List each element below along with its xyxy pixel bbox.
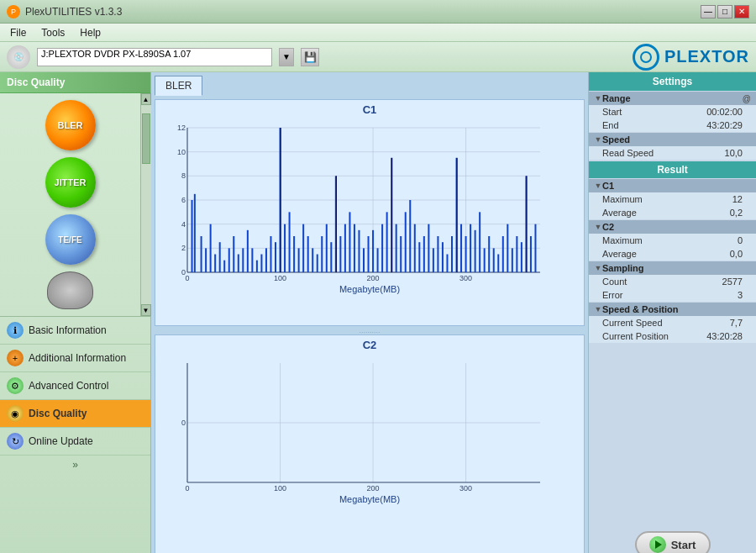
result-c2-row[interactable]: ▼ C2 <box>589 220 756 234</box>
disc-scratch-icon <box>47 271 93 309</box>
result-current-speed-label: Current Speed <box>602 318 663 328</box>
settings-end-value: 43:20:29 <box>706 120 743 130</box>
speed-pos-expand-icon: ▼ <box>594 305 602 313</box>
start-play-icon <box>649 536 666 553</box>
c2-expand-icon: ▼ <box>594 223 602 231</box>
result-c2-max-row: Maximum 0 <box>589 234 756 247</box>
minimize-button[interactable]: — <box>701 5 716 18</box>
sidebar-item-advanced-control[interactable]: ⚙ Advanced Control <box>0 372 150 400</box>
sidebar-item-disc-quality[interactable]: ◉ Disc Quality <box>0 400 150 428</box>
online-update-label: Online Update <box>29 435 93 447</box>
content-area: BLER C1 Megabyte(MB) ·········· C2 Megab… <box>151 72 588 553</box>
result-c2-max-label: Maximum <box>602 235 643 245</box>
result-header: Result <box>589 161 756 178</box>
disc-jitter-label: JITTER <box>55 177 87 187</box>
scroll-track[interactable] <box>141 105 151 304</box>
settings-range-end-row: End 43:20:29 <box>589 118 756 132</box>
result-sampling-label: Sampling <box>602 263 751 273</box>
chart-c2-canvas <box>162 356 549 491</box>
result-sampling-row[interactable]: ▼ Sampling <box>589 261 756 275</box>
start-button-area: Start <box>589 521 756 553</box>
window-controls: — □ ✕ <box>701 5 749 18</box>
additional-info-label: Additional Information <box>29 352 126 364</box>
start-button[interactable]: Start <box>635 531 711 553</box>
result-sampling-error-row: Error 3 <box>589 288 756 302</box>
result-error-label: Error <box>602 290 622 300</box>
sidebar-section-title: Disc Quality <box>0 72 150 93</box>
tab-bler[interactable]: BLER <box>155 76 202 96</box>
settings-header: Settings <box>589 72 756 91</box>
disc-bler-icon: BLER <box>45 100 96 150</box>
settings-speed-row[interactable]: ▼ Speed <box>589 133 756 146</box>
basic-info-label: Basic Information <box>29 324 107 336</box>
sampling-expand-icon: ▼ <box>594 264 602 272</box>
settings-range-start-row: Start 00:02:00 <box>589 105 756 118</box>
menu-file[interactable]: File <box>3 25 33 40</box>
result-current-pos-value: 43:20:28 <box>706 331 743 341</box>
result-speed-pos-label: Speed & Position <box>602 304 751 314</box>
nav-items: ℹ Basic Information + Additional Informa… <box>0 316 150 456</box>
result-c2-avg-label: Average <box>602 249 637 259</box>
result-speed-pos-row[interactable]: ▼ Speed & Position <box>589 303 756 316</box>
sidebar-item-basic-information[interactable]: ℹ Basic Information <box>0 317 150 345</box>
sidebar-item-additional-information[interactable]: + Additional Information <box>0 345 150 372</box>
scroll-down-arrow[interactable]: ▼ <box>141 304 151 316</box>
more-button[interactable]: » <box>0 456 150 474</box>
menu-tools[interactable]: Tools <box>34 25 71 40</box>
settings-start-value: 00:02:00 <box>706 107 743 117</box>
settings-read-value: 10,0 <box>725 148 743 158</box>
disc-bler-item[interactable]: BLER <box>3 97 137 154</box>
chart-c2-panel: C2 Megabyte(MB) <box>155 334 585 553</box>
additional-info-icon: + <box>7 350 24 366</box>
settings-speed-label: Speed <box>602 134 751 145</box>
settings-range-label: Range <box>602 93 743 103</box>
settings-end-label: End <box>602 120 619 130</box>
result-c1-max-value: 12 <box>732 194 743 204</box>
chart-c2-xlabel: Megabyte(MB) <box>155 494 584 508</box>
close-button[interactable]: ✕ <box>734 5 749 18</box>
main-layout: Disc Quality BLER JITTER <box>0 72 756 553</box>
menu-help[interactable]: Help <box>73 25 108 40</box>
device-bar: 💿 J:PLEXTOR DVDR PX-L890SA 1.07 ▼ 💾 PLEX… <box>0 42 756 72</box>
disc-tefe-item[interactable]: TE/FE <box>3 211 137 268</box>
disc-icons-col: BLER JITTER TE/FE <box>0 93 140 316</box>
disc-quality-label: Disc Quality <box>29 408 87 419</box>
result-c1-row[interactable]: ▼ C1 <box>589 179 756 192</box>
result-error-value: 3 <box>738 290 743 300</box>
result-c2-avg-value: 0,0 <box>730 249 743 259</box>
disc-bler-label: BLER <box>58 120 83 130</box>
result-c1-max-label: Maximum <box>602 194 643 204</box>
window-title: PlexUTILITIES v1.3.3 <box>25 6 122 18</box>
chart-c1-body <box>155 118 584 284</box>
result-c1-avg-label: Average <box>602 208 637 218</box>
result-current-pos-label: Current Position <box>602 331 669 341</box>
scroll-up-arrow[interactable]: ▲ <box>141 93 151 105</box>
chart-c1-title: C1 <box>155 100 584 118</box>
disc-jitter-item[interactable]: JITTER <box>3 154 137 211</box>
sidebar-item-online-update[interactable]: ↻ Online Update <box>0 428 150 456</box>
chart-c2-title: C2 <box>155 335 584 353</box>
disc-scratch-item[interactable] <box>3 268 137 313</box>
play-triangle <box>655 540 662 549</box>
device-dropdown-button[interactable]: ▼ <box>279 48 294 66</box>
result-count-label: Count <box>602 276 627 287</box>
basic-info-icon: ℹ <box>7 322 24 339</box>
result-c2-max-value: 0 <box>738 235 743 245</box>
maximize-button[interactable]: □ <box>717 5 732 18</box>
scroll-thumb[interactable] <box>142 113 150 164</box>
result-current-speed-value: 7,7 <box>730 318 743 328</box>
result-c2-label: C2 <box>602 222 751 232</box>
sidebar: Disc Quality BLER JITTER <box>0 72 151 553</box>
settings-start-label: Start <box>602 107 622 117</box>
settings-range-row[interactable]: ▼ Range @ <box>589 92 756 105</box>
save-button[interactable]: 💾 <box>301 48 319 66</box>
range-expand-icon: ▼ <box>594 94 602 103</box>
result-c1-label: C1 <box>602 181 751 191</box>
device-select-display[interactable]: J:PLEXTOR DVDR PX-L890SA 1.07 <box>37 48 272 66</box>
chart-c2-body <box>155 353 584 494</box>
chart-c1-canvas <box>162 121 549 281</box>
disc-icon: 💿 <box>7 45 30 69</box>
disc-section: BLER JITTER TE/FE <box>0 93 150 316</box>
charts-container: C1 Megabyte(MB) ·········· C2 Megabyte(M… <box>151 96 588 553</box>
online-update-icon: ↻ <box>7 433 24 450</box>
